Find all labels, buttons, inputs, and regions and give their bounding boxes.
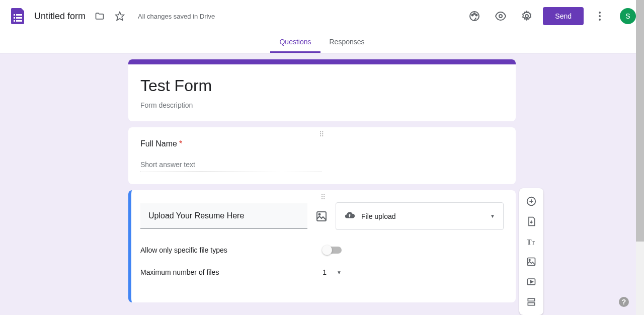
send-button[interactable]: Send (543, 7, 584, 25)
settings-icon[interactable] (517, 6, 537, 26)
import-questions-button[interactable] (521, 212, 541, 230)
chevron-down-icon: ▼ (337, 270, 342, 275)
svg-point-9 (474, 13, 475, 15)
preview-icon[interactable] (491, 6, 511, 26)
add-image-to-question-icon[interactable] (315, 210, 328, 222)
add-video-button[interactable] (521, 273, 541, 291)
svg-rect-1 (16, 14, 22, 16)
drag-handle-icon[interactable]: ⠿ (320, 193, 327, 201)
drag-handle-icon[interactable]: ⠿ (319, 130, 325, 138)
svg-text:T: T (532, 240, 535, 246)
toggle-knob (322, 245, 332, 255)
max-files-value: 1 (323, 268, 327, 276)
folder-icon[interactable] (94, 10, 106, 22)
required-indicator: * (179, 139, 182, 148)
app-header: Untitled form All changes saved in Drive… (0, 0, 644, 32)
short-answer-placeholder: Short answer text (140, 161, 321, 172)
svg-point-10 (476, 15, 477, 16)
scrollbar[interactable] (636, 0, 644, 315)
question-label: Full Name* (140, 139, 504, 148)
svg-point-17 (319, 213, 320, 215)
max-files-label: Maximum number of files (140, 268, 219, 276)
svg-point-8 (472, 15, 473, 16)
form-title-input[interactable]: Untitled form (34, 11, 86, 22)
forms-logo[interactable] (8, 6, 28, 26)
svg-rect-4 (14, 20, 15, 22)
svg-point-24 (529, 259, 530, 261)
star-icon[interactable] (114, 10, 126, 22)
svg-point-15 (599, 19, 601, 21)
editor-tabs: Questions Responses (0, 32, 644, 53)
floating-toolbar: TT (519, 188, 543, 315)
cloud-upload-icon (344, 210, 355, 222)
palette-icon[interactable] (464, 6, 485, 26)
add-section-button[interactable] (521, 293, 541, 311)
svg-rect-5 (16, 20, 22, 22)
save-status: All changes saved in Drive (138, 13, 215, 20)
form-header-card[interactable]: Test Form Form description (128, 59, 516, 121)
form-description[interactable]: Form description (140, 101, 504, 109)
add-title-button[interactable]: TT (521, 232, 541, 251)
svg-rect-28 (528, 303, 534, 305)
allow-file-types-label: Allow only specific file types (140, 246, 227, 254)
more-icon[interactable] (590, 6, 610, 26)
chevron-down-icon: ▼ (490, 213, 495, 219)
svg-rect-3 (16, 17, 22, 19)
svg-rect-16 (317, 212, 326, 221)
avatar[interactable]: S (620, 8, 636, 24)
form-canvas: Test Form Form description ⠿ Full Name* … (0, 53, 644, 315)
svg-rect-27 (528, 298, 534, 301)
max-files-dropdown[interactable]: 1 ▼ (323, 268, 342, 276)
svg-marker-6 (116, 12, 124, 21)
question-card-selected[interactable]: ⠿ File upload ▼ Allow only specific file… (128, 190, 516, 302)
add-question-button[interactable] (521, 192, 541, 210)
svg-marker-26 (530, 281, 533, 283)
svg-point-12 (525, 15, 528, 18)
svg-point-14 (599, 15, 601, 17)
question-title-input[interactable] (140, 203, 307, 229)
question-label-text: Full Name (140, 139, 177, 148)
question-type-selector[interactable]: File upload ▼ (336, 202, 504, 230)
allow-file-types-toggle[interactable] (323, 247, 342, 254)
tab-questions[interactable]: Questions (270, 32, 320, 53)
question-card[interactable]: ⠿ Full Name* Short answer text (128, 127, 516, 184)
tab-responses[interactable]: Responses (320, 32, 374, 53)
svg-point-13 (599, 12, 601, 14)
svg-rect-0 (14, 14, 15, 16)
svg-rect-23 (528, 258, 535, 266)
svg-rect-2 (14, 17, 15, 19)
svg-point-11 (499, 15, 502, 18)
add-image-button[interactable] (521, 253, 541, 271)
svg-text:?: ? (622, 298, 626, 306)
help-icon[interactable]: ? (618, 296, 630, 308)
svg-text:T: T (527, 238, 532, 246)
scrollbar-thumb[interactable] (636, 0, 644, 242)
question-type-label: File upload (361, 212, 484, 220)
form-title-text[interactable]: Test Form (140, 76, 504, 95)
